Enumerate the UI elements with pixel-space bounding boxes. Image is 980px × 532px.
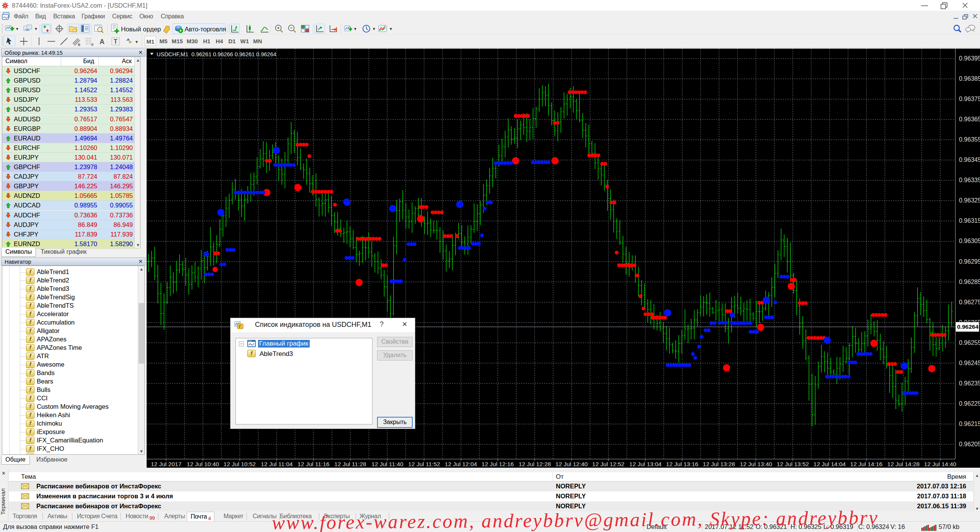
svg-text:12 Jul 13:52: 12 Jul 13:52 — [777, 461, 809, 467]
svg-text:12 Jul 11:28: 12 Jul 11:28 — [334, 461, 366, 467]
svg-text:12 Jul 12:52: 12 Jul 12:52 — [592, 461, 624, 467]
svg-text:0.96325: 0.96325 — [959, 197, 980, 204]
svg-text:12 Jul 14:28: 12 Jul 14:28 — [887, 461, 920, 467]
svg-text:0.96245: 0.96245 — [959, 360, 980, 366]
svg-text:12 Jul 13:16: 12 Jul 13:16 — [666, 461, 698, 467]
svg-text:0.96215: 0.96215 — [959, 421, 980, 427]
svg-text:T: T — [114, 38, 118, 45]
svg-text:0.96285: 0.96285 — [959, 279, 980, 285]
svg-text:12 Jul 11:52: 12 Jul 11:52 — [408, 461, 440, 467]
svg-text:F: F — [91, 43, 94, 47]
svg-text:0.96385: 0.96385 — [959, 75, 980, 82]
svg-text:12 Jul 10:40: 12 Jul 10:40 — [187, 461, 219, 467]
svg-text:0.96365: 0.96365 — [959, 116, 980, 122]
svg-text:12 Jul 12:40: 12 Jul 12:40 — [555, 461, 588, 467]
svg-text:0.96255: 0.96255 — [959, 339, 980, 346]
svg-text:0.96345: 0.96345 — [959, 157, 980, 163]
svg-text:12 Jul 14:40: 12 Jul 14:40 — [924, 461, 957, 467]
svg-text:0.96275: 0.96275 — [959, 299, 980, 305]
svg-text:0.96295: 0.96295 — [959, 258, 980, 265]
svg-text:0.96355: 0.96355 — [959, 136, 980, 143]
svg-text:0.96205: 0.96205 — [959, 441, 980, 447]
svg-text:0.96375: 0.96375 — [959, 96, 980, 102]
svg-text:12 Jul 12:04: 12 Jul 12:04 — [445, 461, 477, 467]
svg-text:12 Jul 13:40: 12 Jul 13:40 — [740, 461, 773, 467]
svg-text:12 Jul 12:16: 12 Jul 12:16 — [482, 461, 514, 467]
svg-text:12 Jul 11:40: 12 Jul 11:40 — [371, 461, 403, 467]
svg-text:0.96335: 0.96335 — [959, 177, 980, 183]
svg-text:0.96305: 0.96305 — [959, 238, 980, 244]
svg-text:E: E — [78, 43, 80, 47]
svg-text:12 Jul 13:28: 12 Jul 13:28 — [703, 461, 735, 467]
svg-text:12 Jul 2017: 12 Jul 2017 — [151, 461, 181, 467]
svg-text:12 Jul 10:52: 12 Jul 10:52 — [224, 461, 256, 467]
svg-text:USDCHF,M1 0.96261 0.96266 0.9: USDCHF,M1 0.96261 0.96266 0.96261 0.9626… — [157, 51, 276, 57]
svg-text:0.96235: 0.96235 — [959, 380, 980, 387]
svg-text:0.96315: 0.96315 — [959, 217, 980, 224]
svg-text:12 Jul 13:04: 12 Jul 13:04 — [629, 461, 662, 467]
svg-text:0.96264: 0.96264 — [957, 323, 978, 330]
svg-text:0.96395: 0.96395 — [959, 55, 980, 62]
svg-text:12 Jul 11:04: 12 Jul 11:04 — [261, 461, 293, 467]
svg-text:12 Jul 11:16: 12 Jul 11:16 — [297, 461, 329, 467]
svg-text:12 Jul 14:16: 12 Jul 14:16 — [850, 461, 882, 467]
svg-text:12 Jul 14:04: 12 Jul 14:04 — [813, 461, 846, 467]
svg-text:12 Jul 12:28: 12 Jul 12:28 — [519, 461, 551, 467]
svg-text:0.96225: 0.96225 — [959, 400, 980, 407]
